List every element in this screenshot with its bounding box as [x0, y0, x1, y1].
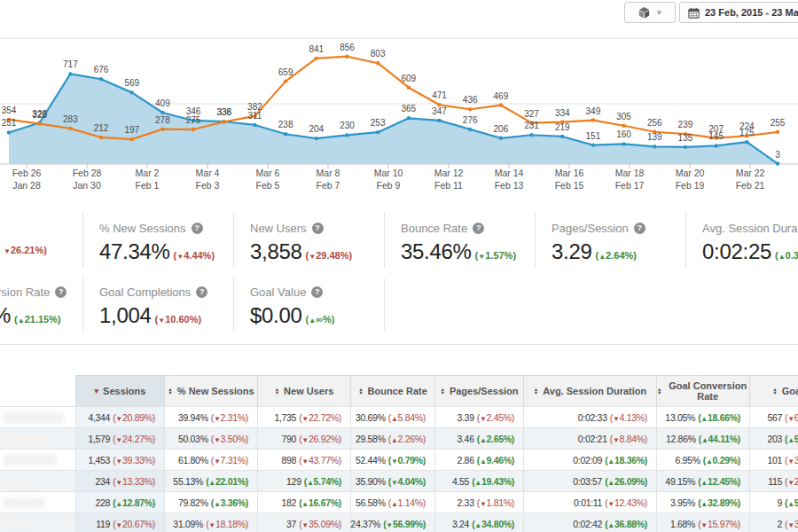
svg-text:135: 135 [678, 133, 693, 143]
table-header-pages-session[interactable]: ▲▼Pages/Session [434, 375, 523, 406]
help-icon[interactable]: ? [312, 223, 324, 234]
up-arrow-icon: ▲ [706, 458, 713, 466]
table-row: 1,453(▼39.33%)61.80%(▼7.31%)898(▼43.77%)… [0, 449, 798, 470]
svg-text:Feb 13: Feb 13 [495, 180, 524, 191]
table-cell: 119(▼20.67%) [75, 513, 164, 532]
table-header-sessions[interactable]: ▾Sessions [75, 375, 164, 406]
down-arrow-icon: ▼ [301, 415, 309, 423]
table-cell: 790(▼26.92%) [257, 428, 350, 449]
svg-text:206: 206 [494, 124, 509, 134]
kpi-delta: (▲∞%) [306, 314, 335, 325]
svg-text:803: 803 [371, 49, 386, 59]
column-label: % New Sessions [177, 386, 254, 396]
row-label-cell[interactable] [0, 471, 75, 491]
table-header-avg-session-duration[interactable]: ▲▼Avg. Session Duration [523, 375, 656, 406]
svg-text:Mar 10: Mar 10 [374, 168, 403, 178]
kpi-title: Goal Value? [250, 286, 384, 299]
help-icon[interactable]: ? [192, 223, 203, 234]
table-header-goal-conversion-rate[interactable]: ▲▼Goal Conversion Rate [656, 375, 749, 406]
down-arrow-icon: ▼ [386, 521, 393, 529]
table-row: 1,579(▼24.27%)50.03%(▼3.50%)790(▼26.92%)… [0, 427, 798, 449]
table-cell: 39.94%(▼2.31%) [164, 407, 257, 427]
down-arrow-icon: ▼ [787, 479, 794, 487]
row-label-cell[interactable] [0, 407, 75, 427]
cell-delta: (▼7.31%) [211, 455, 248, 466]
table-header-new-users[interactable]: ▲▼New Users [257, 375, 350, 406]
kpi-card: New Users?3,858(▼29.48%) [233, 213, 384, 268]
cell-value: 37 [286, 519, 296, 529]
table-cell: 35.90%(▼4.04%) [350, 471, 434, 491]
cell-value: 0:01:11 [574, 497, 602, 508]
down-arrow-icon: ▼ [214, 436, 221, 444]
table-cell: 30.69%(▲5.84%) [350, 407, 434, 427]
up-arrow-icon: ▲ [391, 415, 398, 423]
cell-value: 1,579 [88, 434, 110, 444]
row-label-cell[interactable] [0, 492, 75, 512]
down-arrow-icon: ▼ [391, 458, 398, 466]
table-cell: 228(▲12.87%) [75, 492, 164, 512]
help-icon[interactable]: ? [55, 286, 66, 298]
cell-delta: (▼24.27%) [113, 434, 155, 444]
down-arrow-icon: ▼ [208, 521, 215, 529]
cell-value: 119 [96, 519, 110, 529]
up-arrow-icon: ▲ [474, 479, 481, 487]
cell-delta: (▲5.84%) [388, 412, 426, 423]
row-label-cell[interactable] [0, 428, 75, 449]
sort-desc-icon: ▾ [95, 387, 99, 395]
row-label-cell[interactable] [0, 450, 75, 470]
cell-delta: (▼43.77%) [299, 455, 341, 466]
table-cell: 101(▼3 [749, 450, 798, 470]
table-cell: 31.09%(▼18.18%) [164, 513, 257, 532]
help-icon[interactable]: ? [196, 286, 207, 298]
down-arrow-icon: ▼ [700, 521, 708, 529]
table-cell: 1,579(▼24.27%) [75, 428, 164, 449]
cell-delta: (▲44.11%) [699, 434, 740, 444]
table-row: 234(▼13.33%)55.13%(▲22.01%)129(▲5.74%)35… [0, 470, 798, 491]
cell-delta: (▼2.45%) [477, 412, 514, 423]
kpi-delta: (▼10.60%) [155, 314, 202, 325]
cell-value: 2.86 [457, 455, 473, 466]
svg-text:Jan 30: Jan 30 [73, 180, 101, 191]
table-cell: 115(▼2 [749, 471, 798, 491]
svg-text:365: 365 [401, 104, 416, 113]
table-header-bounce-rate[interactable]: ▲▼Bounce Rate [350, 375, 434, 406]
svg-text:Feb 21: Feb 21 [736, 180, 765, 191]
help-icon[interactable]: ? [473, 223, 484, 234]
table-cell: 4,344(▼20.89%) [75, 407, 164, 427]
table-cell: 203(▲5 [749, 428, 798, 449]
svg-text:354: 354 [2, 106, 17, 115]
up-arrow-icon: ▲ [18, 317, 25, 325]
svg-text:160: 160 [616, 129, 631, 139]
table-cell: 0:02:33(▼4.13%) [523, 407, 656, 427]
table-header--new-sessions[interactable]: ▲▼% New Sessions [164, 375, 257, 406]
svg-text:197: 197 [124, 125, 139, 135]
cell-delta: (▲22.01%) [206, 476, 248, 487]
cell-delta: (▼6 [785, 412, 798, 423]
kpi-title-label: Pages/Session [552, 222, 629, 235]
down-arrow-icon: ▼ [301, 458, 309, 466]
svg-text:238: 238 [278, 120, 293, 129]
down-arrow-icon: ▼ [787, 521, 794, 529]
column-label: New Users [284, 386, 333, 396]
svg-text:856: 856 [340, 43, 355, 52]
svg-text:230: 230 [340, 121, 355, 130]
up-arrow-icon: ▲ [480, 458, 487, 466]
cell-value: 898 [282, 455, 297, 466]
table-cell: 29.58%(▲2.26%) [350, 428, 434, 449]
sort-icon: ▲▼ [358, 387, 363, 395]
table-cell: 13.05%(▲18.66%) [656, 407, 749, 427]
kpi-card: Bounce Rate?35.46%(▼1.57%) [384, 213, 535, 268]
help-icon[interactable]: ? [634, 223, 645, 234]
svg-text:659: 659 [278, 67, 293, 77]
up-arrow-icon: ▲ [701, 436, 708, 444]
cell-value: 234 [96, 476, 111, 487]
help-icon[interactable]: ? [311, 286, 323, 298]
svg-text:327: 327 [524, 109, 539, 119]
cell-delta: (▲32.89%) [698, 497, 740, 508]
cell-value: 9 [761, 497, 782, 508]
table-cell: 129(▲5.74%) [257, 471, 350, 491]
down-arrow-icon: ▼ [115, 458, 122, 466]
table-header-goal-com[interactable]: ▲▼Goal Com [749, 375, 798, 406]
table-row: 119(▼20.67%)31.09%(▼18.18%)37(▼35.09%)24… [0, 512, 798, 532]
row-label-cell[interactable] [0, 513, 75, 532]
